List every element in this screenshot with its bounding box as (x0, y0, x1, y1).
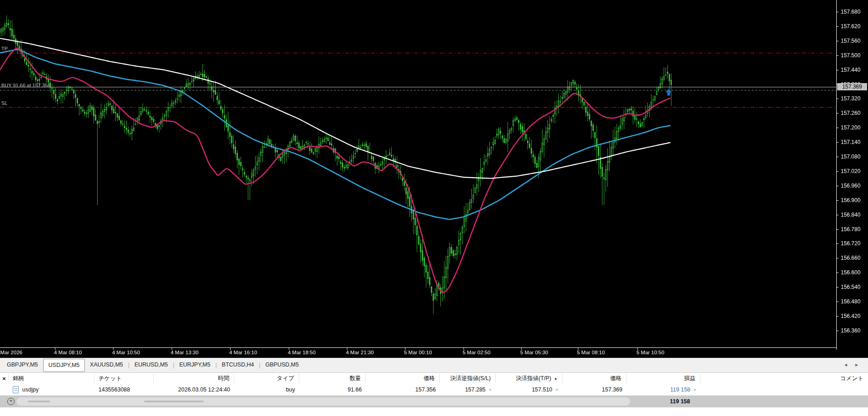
column-header[interactable]: 損益 (626, 373, 700, 384)
price-axis-label: 157.620 (841, 23, 860, 30)
account-summary-bar: + 119 158 (0, 396, 868, 407)
current-price-tag: 157.369 (837, 83, 867, 90)
volume-cell-value: 91.66 (348, 386, 362, 393)
price-axis-label: 156.420 (841, 313, 860, 319)
column-header-label: 価格 (424, 375, 435, 382)
chart-tab-btcusd[interactable]: BTCUSD,H4 (217, 358, 259, 371)
column-divider (153, 374, 154, 383)
price-axis-label: 156.600 (841, 269, 860, 276)
price-axis-label: 157.200 (841, 124, 860, 131)
entry-line-label: BUY 91.66 at 157.356 (1, 83, 50, 88)
add-position-icon[interactable]: + (7, 398, 15, 405)
column-divider (439, 374, 440, 383)
price-axis-label: 156.540 (841, 284, 860, 290)
time-axis-label: 5 Mar 00:10 (404, 350, 432, 356)
column-header[interactable]: 価格 (562, 373, 626, 384)
column-header[interactable]: 決済逆指値(S/L) (439, 373, 495, 384)
open-time-cell[interactable]: 2026.03.05 12:24:40 (153, 384, 234, 395)
total-profit-value: 119 158 (626, 396, 690, 407)
chart-tab-gbpjpy[interactable]: GBPJPY,M5 (2, 358, 43, 371)
price-axis-label: 156.840 (841, 212, 860, 218)
column-header-label: 価格 (610, 375, 621, 382)
terminal-bottom-panel: GBPJPY,M5USDJPY,M5XAUUSD,M5|EURUSD,M5|EU… (0, 358, 868, 416)
column-divider (94, 374, 94, 383)
current-price-cell[interactable]: 157.369 (562, 384, 626, 395)
price-axis-label: 156.900 (841, 197, 860, 203)
column-header[interactable]: 価格 (365, 373, 439, 384)
ticket-cell-value: 1435563088 (99, 386, 130, 393)
time-axis-label: 5 Mar 05:30 (520, 350, 548, 356)
close-all-icon[interactable]: × (0, 373, 8, 384)
chart-tab-gbpusd[interactable]: GBPUSD,M5 (261, 358, 304, 371)
chart-tab-usdjpy[interactable]: USDJPY,M5 (43, 359, 85, 372)
column-header[interactable]: 決済指値(T/P)▲ (495, 373, 562, 384)
column-header-label: 時間 (218, 375, 229, 382)
column-header[interactable]: 時間 (153, 373, 234, 384)
time-axis-label: 4 Mar 2026 (0, 350, 22, 356)
column-header-label: 決済逆指値(S/L) (450, 375, 491, 382)
take-profit-cell[interactable]: 157.510× (495, 384, 562, 395)
price-chart-area[interactable]: TP BUY 91.66 at 157.356 SL 157.680157.62… (0, 0, 868, 358)
order-type-cell-value: buy (286, 386, 295, 393)
price-axis-label: 156.660 (841, 255, 860, 261)
open-price-cell-value: 157.356 (415, 386, 436, 393)
price-axis-label: 157.140 (841, 139, 860, 145)
price-axis-label: 157.320 (841, 95, 860, 102)
column-header[interactable]: チケット (94, 373, 153, 384)
price-axis-label: 157.260 (841, 110, 860, 116)
time-axis-label: 4 Mar 21:30 (346, 350, 374, 356)
profit-cell[interactable]: 119 158× (626, 384, 700, 395)
chart-tab-eurjpy[interactable]: EURJPY,M5 (174, 358, 216, 371)
column-header-label: 銘柄 (13, 375, 24, 382)
stop-loss-cell[interactable]: 157.285× (439, 384, 495, 395)
time-axis-label: 4 Mar 08:10 (54, 350, 82, 356)
redacted-account-info (16, 397, 630, 406)
chart-tab-eurusd[interactable]: EURUSD,M5 (129, 358, 173, 371)
column-header[interactable]: タイプ (234, 373, 299, 384)
position-row[interactable]: usdjpy14355630882026.03.05 12:24:40buy91… (0, 384, 868, 395)
price-axis-label: 156.360 (841, 327, 860, 334)
price-axis[interactable]: 157.680157.620157.560157.500157.440157.3… (838, 0, 868, 347)
order-type-cell[interactable]: buy (234, 384, 299, 395)
tp-line-label: TP (1, 46, 8, 51)
profit-cell-value: 119 158 (670, 386, 690, 393)
price-axis-label: 157.080 (841, 154, 860, 160)
column-divider (495, 374, 496, 383)
position-document-icon (13, 386, 19, 393)
stop-loss-cell-value: 157.285 (465, 386, 485, 393)
price-axis-label: 157.560 (841, 38, 860, 44)
remove-profit-icon[interactable]: × (694, 387, 696, 392)
volume-cell[interactable]: 91.66 (299, 384, 365, 395)
column-header[interactable]: 数量 (299, 373, 365, 384)
time-axis-label: 4 Mar 13:30 (171, 350, 198, 356)
column-divider (234, 374, 234, 383)
column-header[interactable]: 銘柄 (8, 373, 94, 384)
chart-canvas[interactable] (0, 0, 868, 358)
column-divider (299, 374, 299, 383)
column-divider (365, 374, 366, 383)
open-price-cell[interactable]: 157.356 (365, 384, 439, 395)
current-price-cell-value: 157.369 (602, 386, 622, 393)
time-axis-label: 4 Mar 16:10 (229, 350, 257, 356)
price-axis-label: 156.780 (841, 226, 860, 233)
time-axis-label: 5 Mar 10:50 (636, 350, 664, 356)
remove-sl-icon[interactable]: × (489, 387, 492, 392)
sort-ascending-icon: ▲ (554, 376, 557, 381)
column-header[interactable]: コメント (700, 373, 868, 384)
ticket-cell[interactable]: 1435563088 (94, 384, 153, 395)
open-time-cell-value: 2026.03.05 12:24:40 (178, 386, 230, 393)
tab-scroll-right-icon[interactable]: ▸ (855, 362, 858, 368)
symbol-cell-value: usdjpy (22, 386, 39, 393)
sl-line-label: SL (1, 101, 7, 106)
take-profit-cell-value: 157.510 (532, 386, 552, 393)
column-divider (700, 374, 700, 383)
symbol-cell[interactable]: usdjpy (8, 384, 94, 395)
time-axis-label: 5 Mar 08:10 (577, 350, 605, 356)
chart-tab-xauusd[interactable]: XAUUSD,M5 (85, 358, 128, 371)
price-axis-label: 156.720 (841, 240, 860, 247)
positions-table-header: × 銘柄チケット時間タイプ数量価格決済逆指値(S/L)決済指値(T/P)▲価格損… (0, 372, 868, 385)
tab-scroll-left-icon[interactable]: ◂ (844, 362, 847, 368)
price-axis-label: 157.440 (841, 67, 860, 73)
remove-tp-icon[interactable]: × (556, 387, 558, 392)
column-divider (626, 374, 626, 383)
